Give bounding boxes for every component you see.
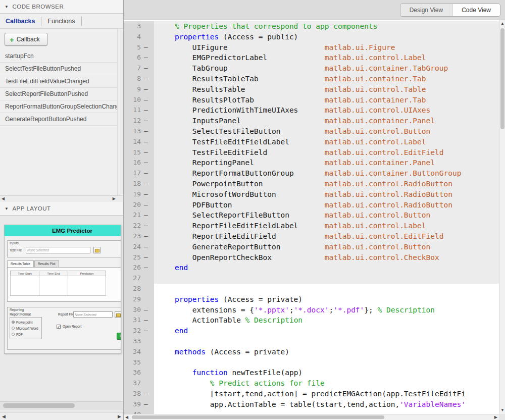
breakpoint-dash[interactable]: –: [141, 95, 151, 106]
breakpoint-dash[interactable]: –: [141, 116, 151, 126]
callback-list-item[interactable]: ReportFormatButtonGroupSelectionChanged: [0, 100, 117, 113]
breakpoint-dash[interactable]: –: [141, 399, 151, 410]
code-text[interactable]: ResultsTableTab matlab.ui.container.Tab: [154, 74, 499, 84]
code-text[interactable]: TestFileEditField matlab.ui.control.Edit…: [154, 147, 499, 158]
code-text[interactable]: [154, 336, 499, 347]
app-layout-header[interactable]: ▼ APP LAYOUT: [0, 202, 123, 216]
line-gutter[interactable]: 11–: [124, 105, 154, 116]
code-text[interactable]: methods (Access = private): [154, 347, 499, 357]
line-gutter[interactable]: 10–: [124, 95, 154, 106]
code-text[interactable]: TabGroup matlab.ui.container.TabGroup: [154, 63, 499, 74]
add-callback-button[interactable]: + Callback: [5, 33, 47, 46]
line-gutter[interactable]: 39–: [124, 399, 154, 410]
line-gutter[interactable]: 23–: [124, 231, 154, 242]
breakpoint-dash[interactable]: [141, 284, 151, 294]
breakpoint-dash[interactable]: [141, 347, 151, 357]
line-gutter[interactable]: 25–: [124, 252, 154, 263]
code-text[interactable]: ResultsPlotTab matlab.ui.container.Tab: [154, 95, 499, 106]
scroll-right-icon[interactable]: ▶: [113, 197, 116, 201]
line-gutter[interactable]: 27: [124, 273, 154, 284]
line-gutter[interactable]: 6–: [124, 52, 154, 63]
line-gutter[interactable]: 8–: [124, 74, 154, 84]
breakpoint-dash[interactable]: [141, 32, 151, 42]
code-text[interactable]: MicrosoftWordButton matlab.ui.control.Ra…: [154, 189, 499, 200]
design-view-button[interactable]: Design View: [400, 4, 452, 16]
code-text[interactable]: function newTestFile(app): [154, 368, 499, 378]
line-gutter[interactable]: 33: [124, 336, 154, 347]
breakpoint-dash[interactable]: –: [141, 252, 151, 263]
code-text[interactable]: end: [154, 262, 499, 273]
breakpoint-dash[interactable]: –: [141, 74, 151, 84]
breakpoint-dash[interactable]: –: [141, 168, 151, 179]
code-text[interactable]: ResultsTable matlab.ui.control.Table: [154, 84, 499, 95]
code-browser-vscrollbar[interactable]: [117, 29, 123, 195]
code-text[interactable]: extensions = {'*.pptx';'*.docx';'*.pdf'}…: [154, 305, 499, 316]
scroll-up-icon[interactable]: ▲: [500, 22, 504, 26]
breakpoint-dash[interactable]: –: [141, 305, 151, 316]
breakpoint-dash[interactable]: [141, 357, 151, 368]
line-gutter[interactable]: 31–: [124, 315, 154, 326]
scrollbar-thumb[interactable]: [500, 28, 504, 129]
callback-list-item[interactable]: TestFileEditFieldValueChanged: [0, 75, 117, 88]
line-gutter[interactable]: 28: [124, 284, 154, 294]
breakpoint-dash[interactable]: –: [141, 158, 151, 168]
breakpoint-dash[interactable]: [141, 21, 151, 32]
line-gutter[interactable]: 37: [124, 378, 154, 389]
line-gutter[interactable]: 26–: [124, 262, 154, 273]
code-text[interactable]: [154, 284, 499, 294]
tab-functions[interactable]: Functions: [46, 17, 81, 26]
breakpoint-dash[interactable]: –: [141, 389, 151, 399]
code-text[interactable]: % Predict actions for file: [154, 378, 499, 389]
scroll-left-icon[interactable]: ◀: [2, 414, 6, 419]
breakpoint-dash[interactable]: –: [141, 42, 151, 53]
collapse-icon[interactable]: ▼: [5, 5, 9, 9]
code-text[interactable]: [154, 357, 499, 368]
app-layout-bottom-scrollbar[interactable]: ◀ ▶: [0, 412, 123, 420]
code-text[interactable]: SelectTestFileButton matlab.ui.control.B…: [154, 126, 499, 137]
code-text[interactable]: ReportFormatButtonGroup matlab.ui.contai…: [154, 168, 499, 179]
code-browser-header[interactable]: ▼ CODE BROWSER: [0, 0, 123, 14]
code-text[interactable]: UIFigure matlab.ui.Figure: [154, 42, 499, 53]
scrollbar-thumb[interactable]: [132, 415, 384, 419]
line-gutter[interactable]: 7–: [124, 63, 154, 74]
scroll-down-icon[interactable]: ▼: [500, 408, 504, 412]
code-text[interactable]: % Properties that correspond to app comp…: [154, 21, 499, 32]
code-browser-hscrollbar[interactable]: ◀ ▶: [0, 195, 123, 202]
breakpoint-dash[interactable]: [141, 336, 151, 347]
code-text[interactable]: ReportFileEditField matlab.ui.control.Ed…: [154, 231, 499, 242]
code-text[interactable]: properties (Access = private): [154, 294, 499, 305]
line-gutter[interactable]: 4: [124, 32, 154, 42]
breakpoint-dash[interactable]: –: [141, 126, 151, 137]
breakpoint-dash[interactable]: –: [141, 221, 151, 231]
breakpoint-dash[interactable]: [141, 273, 151, 284]
line-gutter[interactable]: 13–: [124, 126, 154, 137]
scrollbar-thumb[interactable]: [3, 403, 75, 408]
line-gutter[interactable]: 21–: [124, 210, 154, 221]
line-gutter[interactable]: 18–: [124, 179, 154, 189]
line-gutter[interactable]: 29: [124, 294, 154, 305]
line-gutter[interactable]: 38–: [124, 389, 154, 399]
line-gutter[interactable]: 22–: [124, 221, 154, 231]
breakpoint-dash[interactable]: –: [141, 189, 151, 200]
line-gutter[interactable]: 16–: [124, 158, 154, 168]
breakpoint-dash[interactable]: –: [141, 84, 151, 95]
code-text[interactable]: end: [154, 326, 499, 336]
line-gutter[interactable]: 12–: [124, 116, 154, 126]
code-text[interactable]: [154, 273, 499, 284]
code-text[interactable]: InputsPanel matlab.ui.container.Panel: [154, 116, 499, 126]
line-gutter[interactable]: 36: [124, 368, 154, 378]
collapse-icon[interactable]: ▼: [5, 206, 9, 211]
breakpoint-dash[interactable]: [141, 368, 151, 378]
breakpoint-dash[interactable]: –: [141, 242, 151, 252]
line-gutter[interactable]: 34: [124, 347, 154, 357]
code-text[interactable]: app.ActionTable = table(tstart,tend,acti…: [154, 399, 499, 410]
scroll-left-icon[interactable]: ◀: [2, 197, 5, 201]
code-text[interactable]: PDFButton matlab.ui.control.RadioButton: [154, 200, 499, 211]
line-gutter[interactable]: 35: [124, 357, 154, 368]
editor-vscrollbar[interactable]: ▲ ▼: [499, 20, 505, 414]
scroll-left-icon[interactable]: ◀: [125, 415, 128, 419]
line-gutter[interactable]: 24–: [124, 242, 154, 252]
line-gutter[interactable]: 5–: [124, 42, 154, 53]
breakpoint-dash[interactable]: –: [141, 137, 151, 147]
breakpoint-dash[interactable]: –: [141, 105, 151, 116]
